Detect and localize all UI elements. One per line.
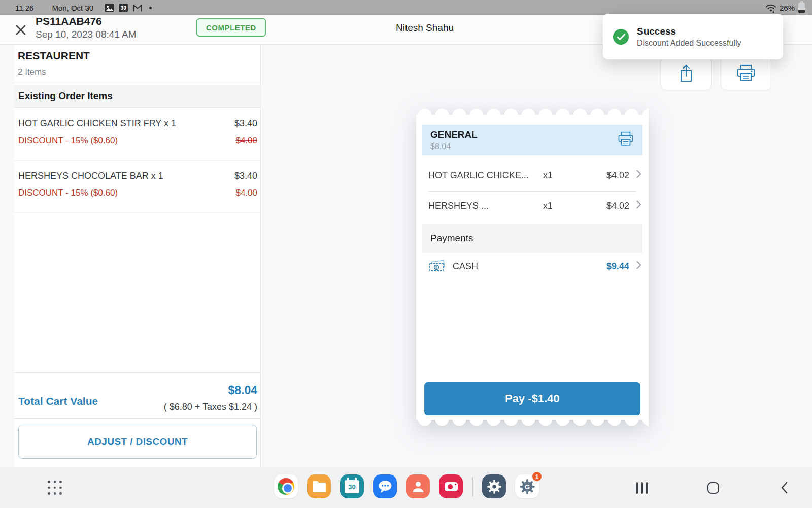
chrome-icon[interactable] <box>274 474 298 498</box>
pay-button[interactable]: Pay -$1.40 <box>424 382 640 415</box>
receipt-item-name: HERSHEYS ... <box>428 201 489 211</box>
calendar-notification-icon: 30 <box>119 4 128 12</box>
cash-icon: $ <box>428 260 446 273</box>
navigation-dock: 30 <box>0 467 812 508</box>
calendar-icon[interactable]: 30 <box>340 474 364 498</box>
receipt-print-icon[interactable] <box>617 131 634 149</box>
status-bar: 11:26 Mon, Oct 30 30 26% <box>0 0 812 15</box>
items-count: 2 Items <box>18 67 46 77</box>
gmail-notification-icon <box>132 4 143 12</box>
svg-text:G: G <box>524 483 529 490</box>
calendar-day: 30 <box>345 480 359 493</box>
toast-title: Success <box>637 26 741 37</box>
item-discount: DISCOUNT - 15% ($0.60) <box>18 188 118 198</box>
receipt-item-qty: x1 <box>543 170 553 181</box>
receipt-scallop-top <box>416 108 649 115</box>
notification-icons: 30 <box>105 4 152 12</box>
chevron-right-icon <box>636 200 641 211</box>
home-button[interactable] <box>685 467 741 508</box>
item-name: HOT GARLIC CHICKEN STIR FRY x 1 <box>18 118 176 129</box>
status-badge: COMPLETED <box>196 18 266 37</box>
dock-apps: 30 <box>274 474 539 498</box>
contacts-icon[interactable] <box>406 474 430 498</box>
dock-divider <box>472 477 473 496</box>
item-original-price: $4.00 <box>235 136 257 146</box>
close-icon[interactable] <box>13 22 28 38</box>
item-price: $3.40 <box>234 118 257 129</box>
print-button[interactable] <box>721 57 771 90</box>
item-original-price: $4.00 <box>235 188 257 198</box>
order-id: PS11AAB476 <box>36 15 102 27</box>
app-drawer-icon[interactable] <box>48 481 63 496</box>
messages-icon[interactable] <box>373 474 397 498</box>
receipt-card: GENERAL $8.04 HOT GARLIC CHICKE... x1 <box>416 115 649 420</box>
success-toast: Success Discount Added Successfully <box>603 14 783 59</box>
pos-order-screen: 11:26 Mon, Oct 30 30 26% PS11AAB476 <box>0 0 812 508</box>
cart-item[interactable]: HERSHEYS CHOCOLATE BAR x 1 $3.40 DISCOUN… <box>14 171 260 198</box>
status-right-icons: 26% <box>765 2 805 13</box>
payment-amount: $9.44 <box>606 261 636 272</box>
camera-icon[interactable] <box>439 474 463 498</box>
google-settings-icon[interactable]: G 1 <box>515 474 539 498</box>
receipt-item-qty: x1 <box>543 201 553 211</box>
back-button[interactable] <box>756 467 812 508</box>
battery-icon <box>798 3 805 13</box>
store-name: RESTAURENT <box>18 50 90 62</box>
customer-name: Nitesh Shahu <box>396 22 454 34</box>
photo-notification-icon <box>105 4 114 12</box>
system-nav-keys <box>614 467 812 508</box>
settings-icon[interactable] <box>482 474 506 498</box>
total-cart-value-label: Total Cart Value <box>18 395 98 407</box>
status-time: 11:26 <box>15 4 33 12</box>
battery-percent-label: 26% <box>780 4 795 12</box>
order-datetime: Sep 10, 2023 08:41 AM <box>36 29 137 40</box>
item-name: HERSHEYS CHOCOLATE BAR x 1 <box>18 171 163 181</box>
toast-message: Discount Added Successfully <box>637 39 741 48</box>
printer-icon <box>736 64 756 83</box>
total-cart-value: $8.04 <box>228 384 257 397</box>
chevron-right-icon <box>636 261 641 272</box>
svg-text:$: $ <box>435 266 437 269</box>
payments-section-header: Payments <box>422 224 642 253</box>
cart-item[interactable]: HOT GARLIC CHICKEN STIR FRY x 1 $3.40 DI… <box>14 118 260 146</box>
receipt-item-row[interactable]: HOT GARLIC CHICKE... x1 $4.02 <box>422 162 642 189</box>
receipt-item-price: $4.02 <box>606 170 636 181</box>
receipt-subtotal: $8.04 <box>430 142 478 151</box>
notification-badge: 1 <box>531 471 543 482</box>
receipt-item-name: HOT GARLIC CHICKE... <box>428 170 529 181</box>
payment-row-cash[interactable]: $ CASH $9.44 <box>422 253 642 279</box>
total-breakdown: ( $6.80 + Taxes $1.24 ) <box>164 402 257 412</box>
item-price: $3.40 <box>234 171 257 181</box>
wifi-icon <box>765 2 777 13</box>
payment-method: CASH <box>453 261 478 272</box>
receipt-scallop-bottom <box>416 419 649 426</box>
success-check-icon <box>613 29 629 45</box>
existing-order-items-header: Existing Order Items <box>14 85 260 107</box>
more-notifications-dot <box>149 7 152 9</box>
receipt-item-row[interactable]: HERSHEYS ... x1 $4.02 <box>422 192 642 219</box>
cart-panel: RESTAURENT 2 Items Existing Order Items … <box>14 45 261 467</box>
recents-button[interactable] <box>614 467 670 508</box>
adjust-discount-button[interactable]: ADJUST / DISCOUNT <box>18 425 257 459</box>
receipt-title: GENERAL <box>430 129 478 140</box>
item-discount: DISCOUNT - 15% ($0.60) <box>18 136 118 146</box>
chevron-right-icon <box>636 170 641 181</box>
share-icon <box>677 63 695 84</box>
receipt-item-price: $4.02 <box>606 201 636 211</box>
share-button[interactable] <box>661 57 712 90</box>
my-files-icon[interactable] <box>307 474 331 498</box>
status-date: Mon, Oct 30 <box>52 4 93 12</box>
receipt-header: GENERAL $8.04 <box>422 125 642 155</box>
